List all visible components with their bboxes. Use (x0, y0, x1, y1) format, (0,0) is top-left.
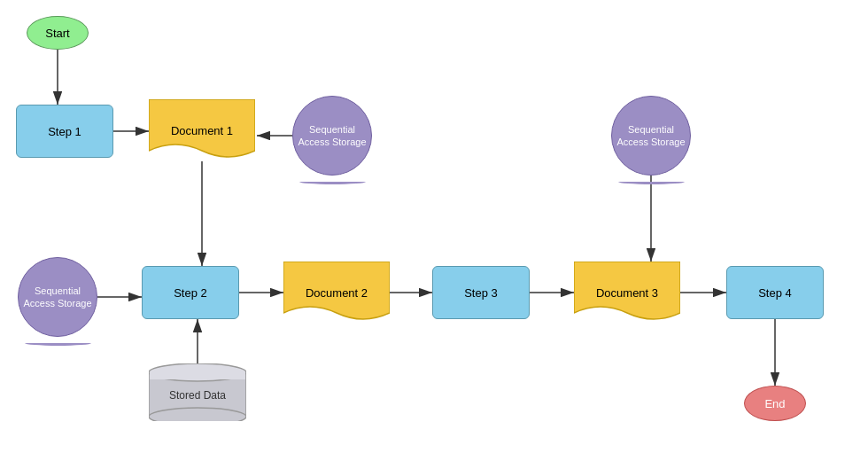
arrows-overlay (0, 0, 868, 453)
start-label: Start (45, 27, 69, 40)
diagram: Start Step 1 Document 1 SequentialAccess… (0, 0, 868, 453)
step1-label: Step 1 (48, 125, 81, 138)
sequential3-node: SequentialAccess Storage (18, 257, 97, 337)
stored-data-node: Stored Data (149, 363, 246, 421)
sequential2-node: SequentialAccess Storage (611, 96, 691, 176)
sequential3-decoration (25, 340, 91, 346)
svg-point-15 (149, 408, 246, 421)
sequential1-label: SequentialAccess Storage (298, 123, 366, 149)
start-node: Start (27, 16, 89, 50)
document2-label: Document 2 (306, 286, 368, 300)
sequential1-decoration (299, 179, 366, 184)
step2-label: Step 2 (174, 286, 207, 300)
step1-node: Step 1 (16, 105, 113, 158)
svg-rect-16 (150, 372, 245, 379)
step4-label: Step 4 (758, 286, 792, 300)
step3-label: Step 3 (464, 286, 498, 300)
document3-node: Document 3 (574, 262, 680, 324)
step2-node: Step 2 (142, 266, 239, 319)
sequential2-decoration (618, 179, 685, 184)
sequential3-label: SequentialAccess Storage (23, 285, 91, 310)
step4-node: Step 4 (726, 266, 824, 319)
step3-node: Step 3 (432, 266, 530, 319)
document1-node: Document 1 (149, 99, 255, 161)
sequential1-node: SequentialAccess Storage (292, 96, 372, 176)
end-node: End (744, 386, 806, 421)
document1-label: Document 1 (171, 124, 233, 137)
document3-label: Document 3 (596, 286, 658, 300)
document2-node: Document 2 (283, 262, 390, 324)
end-label: End (764, 397, 785, 410)
svg-text:Stored Data: Stored Data (169, 389, 226, 402)
sequential2-label: SequentialAccess Storage (616, 123, 685, 149)
